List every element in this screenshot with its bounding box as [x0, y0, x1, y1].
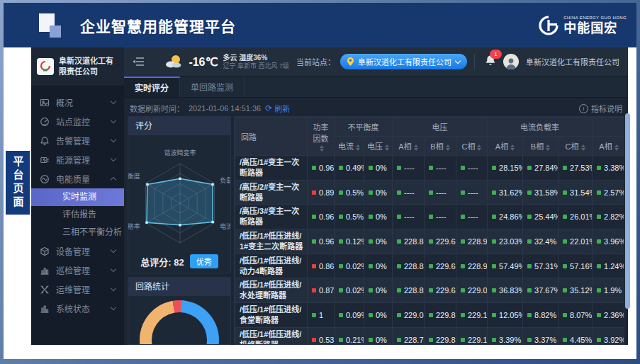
col-power-factor: 功率因数	[308, 118, 335, 156]
status-dot-icon	[339, 313, 343, 317]
table-row[interactable]: /低压/1#低压进线/食堂断路器10.09%0%229.03229.81229.…	[235, 303, 625, 328]
table-row[interactable]: /高压/2#变主一次断路器0.890.5%0%------------31.62…	[235, 180, 625, 205]
cell-value: 229.14	[456, 303, 488, 328]
sidebar-item-operation-management[interactable]: 运维管理	[31, 280, 124, 299]
sort-icon[interactable]	[356, 144, 360, 151]
status-dot-icon	[397, 190, 401, 195]
left-column: 评分 谐波畸变率负载率电流平衡功率因数合格率不平衡度 总评分: 82 优秀 回路…	[128, 116, 231, 345]
browser-scrollbar-thumb[interactable]	[625, 113, 630, 309]
rating-badge: 优秀	[190, 254, 218, 268]
dashboard: 阜新汉道化工有限责任公司 概况站点监控告警管理能源管理电能质量实时监测评估报告三…	[31, 47, 628, 345]
status-dot-icon	[312, 166, 316, 170]
sort-icon[interactable]	[546, 144, 550, 151]
sidebar-item-overview[interactable]: 概况	[31, 93, 124, 112]
sidebar-item-label: 能源管理	[56, 154, 105, 166]
refresh-row: 数据刷新时间： 2021-01-06 14:51:36 ⟳ 刷新 i 指标说明	[128, 101, 624, 116]
page: 企业智慧用能管理平台 CHINA ENERGY GUO HONG 中能国宏 平台…	[4, 3, 636, 359]
sidebar-item-inspection-management[interactable]: 巡检管理	[31, 261, 124, 280]
station-dropdown[interactable]: 阜新汉道化工有限责任公司	[340, 54, 467, 69]
station-monitor-icon	[40, 117, 50, 127]
sort-icon[interactable]	[581, 144, 585, 151]
status-dot-icon	[429, 288, 433, 292]
sort-icon[interactable]	[446, 144, 450, 151]
table-row[interactable]: /高压/3#变主一次断路器0.960.5%0%------------24.86…	[235, 205, 625, 229]
status-dot-icon	[563, 313, 567, 317]
sidebar-collapse-icon[interactable]	[133, 57, 145, 67]
status-dot-icon	[597, 239, 601, 244]
tab-realtime-score[interactable]: 实时评分	[124, 76, 180, 97]
status-dot-icon	[369, 264, 373, 268]
sort-icon[interactable]	[320, 145, 324, 152]
col-sub: A相	[393, 137, 425, 156]
energy-management-icon	[40, 155, 50, 165]
app-title: 企业智慧用能管理平台	[80, 15, 236, 36]
col-sub: C相	[558, 137, 593, 156]
brand-subtitle: CHINA ENERGY GUO HONG	[563, 16, 627, 20]
main-area: -16℃ 多云 湿度36% 辽宁 阜新市 西北风 7级 当前站点： 阜新汉道化工…	[124, 47, 628, 345]
cell-value: ----	[393, 205, 425, 229]
col-sub: C相	[456, 137, 488, 156]
cell-value: 3.92%	[593, 327, 624, 345]
table-row[interactable]: /高压/1#变主一次断路器0.960.49%0%------------28.1…	[235, 156, 625, 181]
status-dot-icon	[312, 239, 316, 244]
content: 数据刷新时间： 2021-01-06 14:51:36 ⟳ 刷新 i 指标说明 …	[124, 98, 628, 345]
sidebar-subitem-assessment-report[interactable]: 评估报告	[31, 206, 124, 224]
cell-value: ----	[393, 180, 425, 205]
status-dot-icon	[597, 338, 601, 342]
svg-text:合格率: 合格率	[128, 222, 140, 230]
status-dot-icon	[461, 166, 465, 170]
avatar[interactable]	[503, 54, 519, 69]
sort-icon[interactable]	[385, 144, 389, 151]
cell-value: ----	[425, 205, 456, 229]
status-dot-icon	[597, 190, 601, 195]
cell-value: 0.5%	[335, 180, 364, 205]
power-quality-icon	[40, 174, 50, 184]
divider	[474, 54, 475, 69]
sidebar-item-device-management[interactable]: 设备管理	[31, 241, 124, 261]
cell-value: ----	[425, 180, 456, 205]
col-group: 电流负载率	[488, 118, 593, 137]
status-dot-icon	[527, 313, 532, 317]
status-dot-icon	[461, 288, 465, 292]
cell-value: 28.15%	[488, 156, 523, 181]
total-score-value: 82	[174, 257, 184, 268]
table-row[interactable]: /低压/1#低压进线/动力4断路器0.860.02%0%228.82229.65…	[235, 254, 625, 278]
sidebar-item-energy-management[interactable]: 能源管理	[31, 150, 124, 169]
table-row[interactable]: /低压/1#低压进线/机修断路器0.530.21%0%228.75229.822…	[235, 327, 625, 345]
cell-value: 229.8	[425, 327, 456, 345]
refresh-button[interactable]: ⟳ 刷新	[265, 103, 290, 114]
status-dot-icon	[339, 338, 343, 342]
status-dot-icon	[429, 190, 433, 195]
sidebar-item-system-status[interactable]: 系统状态	[31, 299, 124, 318]
sidebar-subitem-realtime-monitor[interactable]: 实时监测	[31, 188, 124, 206]
indicator-help-link[interactable]: i 指标说明	[579, 103, 622, 114]
sidebar-item-station-monitor[interactable]: 站点监控	[31, 112, 124, 131]
table-row[interactable]: /低压/1#低压进线/1#变主二次断路器0.960.12%0%228.8229.…	[235, 229, 625, 254]
sidebar-item-power-quality[interactable]: 电能质量	[31, 169, 124, 188]
table-row[interactable]: /低压/1#低压进线/水处理断路器0.870.02%0%228.89229.63…	[235, 278, 625, 303]
circuit-panel-title: 回路统计	[128, 278, 230, 296]
status-dot-icon	[397, 338, 401, 342]
cell-value: 0.5%	[335, 205, 364, 229]
sort-icon[interactable]	[510, 144, 515, 151]
cell-value: 229.81	[425, 303, 456, 328]
tab-single-circuit-monitor[interactable]: 单回路监测	[180, 76, 245, 97]
notifications-button[interactable]: 1	[485, 55, 496, 69]
temperature: -16℃	[189, 55, 218, 69]
sort-icon[interactable]	[477, 144, 481, 151]
sort-icon[interactable]	[414, 144, 418, 151]
circuit-name: /低压/1#低压进线/动力4断路器	[235, 254, 308, 278]
status-dot-icon	[527, 215, 532, 219]
sidebar-subitem-three-phase-unbalance[interactable]: 三相不平衡分析	[31, 224, 124, 241]
sidebar-item-label: 站点监控	[56, 115, 105, 127]
station-value: 阜新汉道化工有限责任公司	[358, 56, 451, 67]
cell-value: 26.01%	[558, 205, 593, 229]
sidebar-item-alarm-management[interactable]: 告警管理	[31, 131, 124, 150]
cell-value: 0.02%	[335, 254, 364, 278]
sort-icon[interactable]	[614, 144, 619, 151]
status-dot-icon	[563, 190, 567, 195]
circuit-name: /高压/1#变主一次断路器	[235, 156, 308, 181]
cell-value: ----	[456, 180, 488, 205]
cell-value: 228.99	[456, 254, 488, 278]
status-dot-icon	[492, 166, 496, 170]
